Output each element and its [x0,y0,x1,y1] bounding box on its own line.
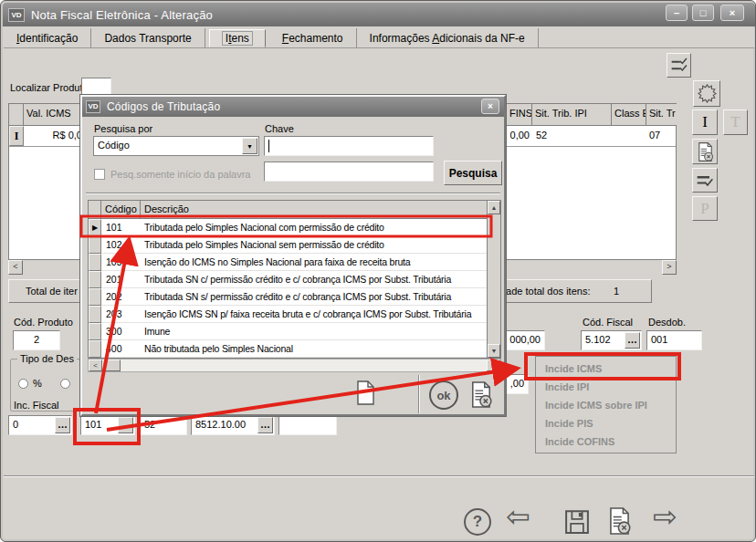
scroll-left-button[interactable]: < [89,360,102,371]
tributacao-row-203[interactable]: 203Isenção ICMS SN p/ faixa receita brut… [89,306,488,323]
scrollbar-thumb[interactable] [102,360,121,371]
item-mode-button[interactable]: I [692,109,718,135]
chave-label: Chave [265,123,294,134]
dropdown-button[interactable]: ▼ [242,138,257,154]
tributacao-row-300[interactable]: 300Imune [89,323,488,340]
grid-col-cofins: FINS [506,104,532,126]
tributacao-grid[interactable]: Código Descrição ▶101Tributada pelo Simp… [88,200,501,359]
tab-informa-es-adicionais-da-nf-e[interactable]: Informações Adicionais da NF-e [357,28,539,47]
tab-identifica-o[interactable]: Identificação [4,28,91,47]
descricao-cell: Não tributada pelo Simples Nacional [141,340,488,354]
grid-col-descricao: Descrição [141,201,488,219]
tributacao-row-103[interactable]: 103Isenção do ICMS no Simples Nacional p… [89,254,488,271]
pesquisa-por-select[interactable]: Código ▼ [93,136,259,156]
floppy-save-icon [563,508,591,536]
tab-itens[interactable]: Itens [209,29,266,47]
new-document-icon [354,380,376,406]
tributacao-row-102[interactable]: 102Tributada pelo Simples Nacional sem p… [89,236,488,254]
descricao-cell: Tributada pelo Simples Nacional sem perm… [141,236,488,250]
ncm-lookup-button[interactable]: … [257,417,273,433]
tributacao-row-400[interactable]: 400Não tributada pelo Simples Nacional [89,340,488,358]
window-titlebar[interactable]: VD Nota Fiscal Eletrônica - Alteração [3,3,755,26]
checklist-icon [696,172,714,188]
delete-item-button[interactable] [692,139,718,164]
grid-vertical-scrollbar[interactable]: ▲ ▼ [487,201,500,358]
tab-fechamento[interactable]: Fechamento [269,28,357,47]
trib-code-lookup-button[interactable]: … [118,417,133,433]
cod-fiscal-lookup-button[interactable]: … [625,332,640,349]
radio-percent[interactable] [18,379,28,389]
row-selector-cell[interactable] [89,271,101,288]
document-delete-icon [469,380,493,409]
descricao-cell: Tributada SN s/ permissão crédito e c/ c… [141,288,488,302]
confirm-list-button[interactable] [692,168,718,193]
grid-scroll-right-button[interactable]: > [662,260,677,275]
pesq-inicio-checkbox-label: Pesq.somente início da palavra [110,169,250,180]
scroll-up-button[interactable]: ▲ [488,201,500,214]
tributacao-row-201[interactable]: 201Tributada SN c/ permissão crédito e c… [89,271,488,288]
scroll-left-icon: < [93,361,98,370]
previous-button[interactable]: ⇦ [506,503,530,530]
cod-produto-field[interactable]: 2 [13,330,60,350]
cst-field[interactable]: 52 [140,415,187,435]
cod-fiscal-field[interactable]: 5.102 … [581,330,642,350]
tab-dados-transporte[interactable]: Dados Transporte [91,28,205,47]
pesq-inicio-checkbox[interactable] [94,169,105,180]
row-selector-cell[interactable] [89,254,101,271]
chave-input[interactable] [264,136,434,156]
document-delete-icon [607,506,632,536]
tributacao-row-101[interactable]: ▶101Tributada pelo Simples Nacional com … [89,219,488,236]
row-selector-cell[interactable]: ▶ [89,219,101,236]
codigo-cell: 102 [101,236,141,250]
desdob-field[interactable]: 001 [646,330,702,350]
cell-sit-tr: 07 [649,126,675,146]
seal-button[interactable] [693,80,720,107]
scroll-right-button[interactable]: > [487,360,500,371]
maximize-button[interactable]: □ [692,5,714,21]
extra-field[interactable] [278,415,337,435]
pesquisa-button[interactable]: Pesquisa [444,161,502,185]
row-selector-cell[interactable] [89,340,101,358]
codigo-cell: 203 [101,306,141,319]
letter-t-icon: T [730,113,740,131]
grid-scroll-left-button[interactable]: < [8,260,23,275]
row-selector-cell[interactable] [89,306,101,323]
inc-fiscal-field[interactable]: 0 … [8,415,72,435]
row-selector-cell[interactable] [89,323,101,340]
close-button[interactable]: × [720,5,744,21]
incide-icms-option: Incide ICMS [545,360,676,378]
cancel-button[interactable] [469,380,493,411]
row-selector-cell[interactable] [89,288,101,306]
inc-fiscal-lookup-button[interactable]: … [55,417,70,433]
secondary-search-input[interactable] [264,162,434,182]
close-icon: × [730,7,735,18]
scroll-up-icon: ▲ [491,204,498,211]
tab-bar: IdentificaçãoDados TransporteItensFecham… [4,28,754,48]
tributacao-row-202[interactable]: 202Tributada SN s/ permissão crédito e c… [89,288,488,306]
help-button[interactable]: ? [464,508,491,536]
minimize-button[interactable]: – [666,5,688,21]
row-selector-cell[interactable] [89,236,101,254]
cancel-record-button[interactable] [607,506,632,537]
scroll-down-button[interactable]: ▼ [488,344,500,358]
check-all-items-button[interactable] [667,53,691,78]
trib-code-field[interactable]: 101 … [80,415,135,435]
grid-horizontal-scrollbar[interactable]: < > [88,359,501,372]
current-row-pointer-icon: ▶ [92,224,98,232]
new-record-button[interactable] [354,380,376,408]
grid-col-val-icms: Val. ICMS [24,104,89,126]
maximize-icon: □ [700,7,707,18]
dialog-close-button[interactable]: × [481,99,499,114]
localizar-produto-input[interactable] [81,78,111,97]
desdob-label: Desdob. [648,317,686,328]
next-button[interactable]: ⇨ [653,503,677,530]
ok-button[interactable]: ok [429,380,458,410]
totals-right-label: dade total dos itens: [500,286,590,297]
save-button[interactable] [563,508,591,537]
cod-fiscal-value: 5.102 [585,334,611,345]
inc-fiscal-label: Inc. Fiscal [14,400,59,411]
dialog-titlebar[interactable]: VD Códigos de Tributação [82,97,504,117]
ncm-field[interactable]: 8512.10.00 … [191,415,275,435]
radio-valor[interactable] [60,379,70,389]
letter-i-icon: I [702,113,708,131]
